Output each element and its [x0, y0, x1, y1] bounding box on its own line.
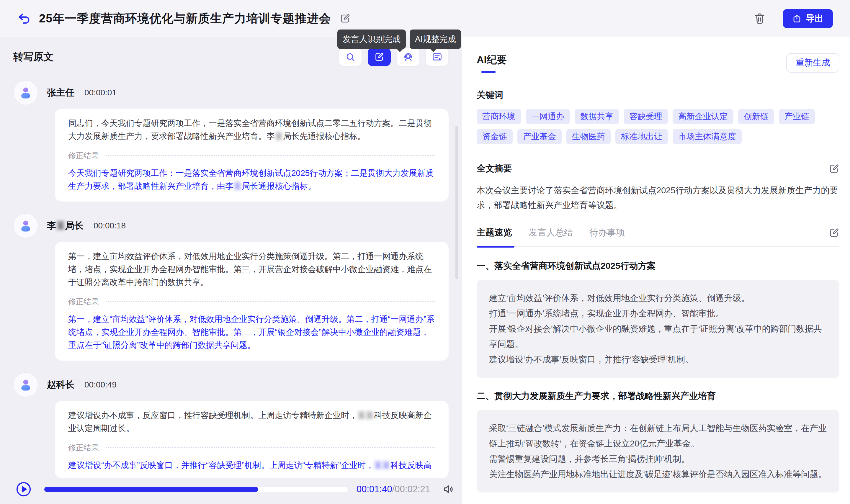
speaker-name: 张主任	[47, 87, 74, 99]
dotted-divider	[106, 301, 435, 302]
title-edit-button[interactable]	[340, 14, 350, 24]
keyword-tag: 容缺受理	[623, 109, 668, 124]
topic-section: 一、落实全省营商环境创新试点2025行动方案 建立‘亩均效益’评价体系，对低效用…	[477, 260, 839, 378]
transcript-card[interactable]: 建议增设办不成事，反应窗口，推行容缺受理机制。上周走访专精特新企业时，某某科技反…	[55, 401, 449, 478]
keywords-list: 营商环境一网通办数据共享容缺受理高新企业认定创新链产业链资金链产业基金生物医药标…	[477, 109, 825, 144]
active-indicator	[481, 71, 495, 73]
share-up-icon	[792, 14, 801, 23]
trash-icon	[754, 12, 766, 25]
keyword-tag: 一网通办	[526, 109, 570, 124]
section-paragraph: 关注生物医药产业用地标准地出让进度及‘碳足迹’核算评价是否纳入园区准入标准等问题…	[489, 467, 827, 482]
volume-button[interactable]	[442, 483, 454, 496]
regenerate-button[interactable]: 重新生成	[786, 53, 839, 73]
corrected-text: 第一，建立“亩均效益”评价体系，对低效用地企业实行分类施策、倒逼升级。第二，打通…	[68, 313, 435, 352]
keyword-tag: 高新企业认定	[673, 109, 734, 124]
transcript-panel: 转写原文	[0, 37, 462, 504]
keyword-tag: 数据共享	[575, 109, 619, 124]
section-paragraph: 需警惕重复建设问题，并参考长三角‘揭榜挂帅’机制。	[489, 451, 827, 467]
progress-bar[interactable]	[44, 487, 348, 492]
tab-1[interactable]: 发言人总结	[529, 227, 573, 239]
transcript-block: 赵科长 00:00:49 建议增设办不成事，反应窗口，推行容缺受理机制。上周走访…	[13, 372, 449, 478]
keyword-tag: 市场主体满意度	[673, 129, 742, 144]
active-tab-underline	[477, 246, 514, 248]
topic-sections: 一、落实全省营商环境创新试点2025行动方案 建立‘亩均效益’评价体系，对低效用…	[477, 260, 839, 492]
section-paragraph: 开展‘银企对接会’解决中小微企业的融资难题，重点在于‘证照分离’改革中的跨部门数…	[489, 321, 827, 352]
timestamp[interactable]: 00:00:49	[85, 380, 116, 390]
delete-button[interactable]	[752, 11, 767, 26]
transcript-block: 张主任 00:00:01 同志们，今天我们专题研究两项工作，一是落实全省营商环境…	[13, 80, 449, 201]
redacted-text: 某	[275, 132, 283, 141]
keyword-tag: 生物医药	[566, 129, 611, 144]
timestamp[interactable]: 00:00:01	[85, 88, 116, 97]
original-text: 建议增设办不成事，反应窗口，推行容缺受理机制。上周走访专精特新企业时，某某科技反…	[68, 409, 435, 435]
speaker-name: 李某局长	[47, 219, 84, 232]
avatar	[13, 80, 38, 105]
tab-2[interactable]: 待办事项	[590, 227, 625, 239]
export-button[interactable]: 导出	[783, 9, 833, 28]
search-button[interactable]	[339, 48, 362, 66]
redacted-text: 某某	[357, 411, 374, 420]
total-time: 00:02:21	[395, 484, 430, 494]
play-button[interactable]	[16, 482, 31, 497]
section-card: 采取‘三链融合’模式发展新质生产力：在创新链上布局人工智能与生物医药实验室，在产…	[477, 410, 839, 492]
scrollbar[interactable]	[455, 126, 458, 279]
ai-format-button[interactable]	[426, 48, 449, 66]
redacted-text: 某	[233, 181, 242, 191]
pencil-square-icon	[829, 163, 839, 174]
undo-arrow-icon	[17, 12, 31, 25]
topics-edit-button[interactable]	[829, 228, 839, 238]
summary-tabs: 主题速览发言人总结待办事项	[477, 227, 839, 239]
person-icon	[19, 86, 33, 100]
pencil-square-icon	[340, 14, 350, 24]
correction-label: 修正结果	[68, 150, 99, 161]
time-separator: /	[392, 484, 395, 494]
avatar	[13, 213, 38, 238]
document-sparkle-icon	[432, 51, 443, 62]
speaker-name: 赵科长	[47, 379, 74, 391]
edit-mode-button[interactable]	[368, 48, 391, 66]
tabs-divider	[477, 246, 839, 248]
section-heading: 二、贯彻大力发展新质生产力要求，部署战略性新兴产业培育	[477, 390, 839, 402]
transcript-block: 李某局长 00:00:18 第一，建立亩均效益评价体系，对低效用地企业实行分类施…	[13, 213, 449, 361]
keyword-tag: 标准地出让	[615, 129, 668, 144]
ai-summary-title: AI纪要	[477, 53, 507, 67]
transcript-card[interactable]: 同志们，今天我们专题研究两项工作，一是落实全省营商环境创新试点二零二五行动方案。…	[55, 109, 449, 201]
export-label: 导出	[806, 12, 824, 24]
dotted-divider	[106, 155, 435, 156]
avatar	[13, 372, 38, 397]
back-button[interactable]	[17, 11, 31, 26]
topic-section: 二、贯彻大力发展新质生产力要求，部署战略性新兴产业培育 采取‘三链融合’模式发展…	[477, 390, 839, 492]
transcript-list: 张主任 00:00:01 同志们，今天我们专题研究两项工作，一是落实全省营商环境…	[13, 80, 449, 478]
audio-player: 00:01:40/00:02:21	[16, 482, 442, 497]
summary-text: 本次会议主要讨论了落实全省营商环境创新试点2025行动方案以及贯彻大力发展新质生…	[477, 183, 839, 213]
section-paragraph: 建立‘亩均效益’评价体系，对低效用地企业实行分类施策、倒逼升级。	[489, 290, 827, 306]
original-text: 同志们，今天我们专题研究两项工作，一是落实全省营商环境创新试点二零二五行动方案。…	[68, 117, 435, 143]
tooltip-speaker-done: 发言人识别完成	[337, 30, 406, 49]
section-heading: 一、落实全省营商环境创新试点2025行动方案	[477, 260, 839, 272]
person-headset-icon	[402, 51, 414, 62]
correction-label: 修正结果	[68, 296, 99, 307]
keyword-tag: 资金链	[477, 129, 513, 144]
section-paragraph: 建议增设‘办不成事’反映窗口，并推行‘容缺受理’机制。	[489, 352, 827, 367]
section-paragraph: 采取‘三链融合’模式发展新质生产力：在创新链上布局人工智能与生物医药实验室，在产…	[489, 420, 827, 451]
page-title: 25年一季度营商环境优化与新质生产力培训专题推进会	[39, 10, 331, 26]
summary-edit-button[interactable]	[829, 163, 839, 174]
search-icon	[345, 52, 356, 62]
transcript-panel-title: 转写原文	[13, 50, 53, 64]
redacted-text: 某某	[374, 461, 391, 470]
pencil-square-icon	[374, 52, 384, 62]
original-text: 第一，建立亩均效益评价体系，对低效用地企业实行分类施策倒逼升级。第二，打通一网通…	[68, 250, 435, 289]
pencil-square-icon	[829, 228, 839, 238]
keyword-tag: 创新链	[738, 109, 774, 124]
tooltip-ai-done: AI规整完成	[410, 30, 461, 49]
corrected-text: 建议增设“办不成事”反映窗口，并推行“容缺受理”机制。上周走访“专精特新”企业时…	[68, 459, 435, 472]
player-progress-fill	[44, 487, 258, 492]
timestamp[interactable]: 00:00:18	[94, 221, 126, 231]
correction-label: 修正结果	[68, 443, 99, 453]
tab-0[interactable]: 主题速览	[477, 227, 512, 239]
player-time: 00:01:40/00:02:21	[357, 484, 430, 494]
section-card: 建立‘亩均效益’评价体系，对低效用地企业实行分类施策、倒逼升级。打通‘一网通办’…	[477, 280, 839, 378]
ai-summary-panel: AI纪要 重新生成 关键词 营商环境一网通办数据共享容缺受理高新企业认定创新链产…	[462, 37, 850, 504]
transcript-card[interactable]: 第一，建立亩均效益评价体系，对低效用地企业实行分类施策倒逼升级。第二，打通一网通…	[55, 242, 449, 361]
keywords-title: 关键词	[477, 89, 839, 101]
